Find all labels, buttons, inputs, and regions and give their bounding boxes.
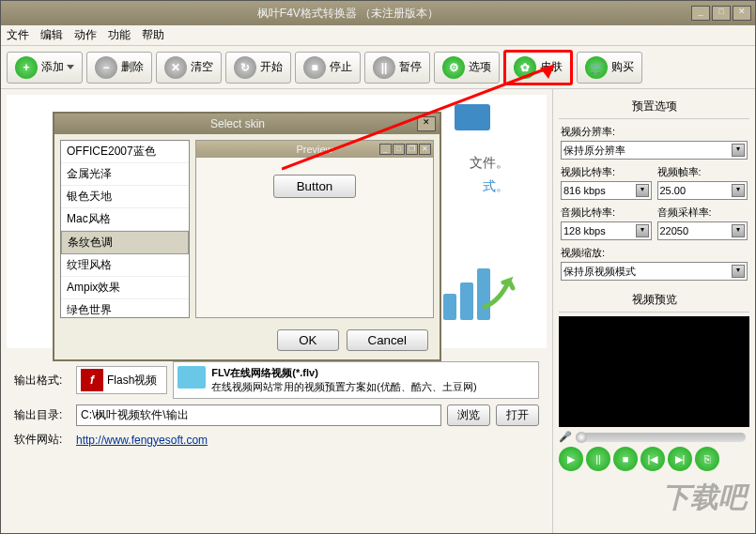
add-button[interactable]: +添加 xyxy=(7,52,83,84)
skin-button[interactable]: ✿皮肤 xyxy=(503,50,573,85)
video-fps-select[interactable]: 25.00▾ xyxy=(657,181,748,200)
stop-button[interactable]: ■停止 xyxy=(295,52,361,84)
output-format-label: 输出格式: xyxy=(14,373,70,389)
delete-button[interactable]: −删除 xyxy=(86,52,152,84)
format-selector[interactable]: f Flash视频 xyxy=(76,366,167,394)
select-skin-dialog: Select skin ✕ OFFICE2007蓝色金属光泽银色天地Mac风格条… xyxy=(53,112,441,361)
video-bitrate-label: 视频比特率: xyxy=(561,165,652,179)
skin-item[interactable]: 条纹色调 xyxy=(61,231,189,254)
placeholder-text: 文件。 式。 xyxy=(470,151,509,198)
skin-item[interactable]: Ampix效果 xyxy=(61,277,189,299)
chevron-down-icon[interactable] xyxy=(67,65,74,69)
skin-item[interactable]: OFFICE2007蓝色 xyxy=(61,141,189,163)
audio-rate-label: 音频采样率: xyxy=(657,206,748,220)
arrow-up-icon xyxy=(481,273,518,311)
pv-min-icon[interactable]: _ xyxy=(379,144,392,155)
video-bitrate-select[interactable]: 816 kbps▾ xyxy=(561,181,652,200)
output-dir-input[interactable]: C:\枫叶视频软件\输出 xyxy=(76,404,441,426)
dialog-close-icon[interactable]: ✕ xyxy=(417,116,436,131)
menu-action[interactable]: 动作 xyxy=(74,27,97,43)
pause-button[interactable]: || xyxy=(586,447,610,471)
options-button[interactable]: ⚙选项 xyxy=(434,52,500,84)
website-link[interactable]: http://www.fengyesoft.com xyxy=(76,434,208,447)
buy-button[interactable]: 🛒购买 xyxy=(577,52,642,84)
skin-item[interactable]: 金属光泽 xyxy=(61,163,189,186)
audio-bitrate-label: 音频比特率: xyxy=(561,206,652,220)
preview-sample-button[interactable]: Button xyxy=(273,175,357,198)
audio-rate-select[interactable]: 22050▾ xyxy=(657,221,748,240)
pause-button[interactable]: ||暂停 xyxy=(364,52,430,84)
skin-list[interactable]: OFFICE2007蓝色金属光泽银色天地Mac风格条纹色调纹理风格Ampix效果… xyxy=(60,140,190,318)
snapshot-button[interactable]: ⎘ xyxy=(695,447,719,471)
watermark: 下载吧 xyxy=(662,479,747,517)
video-res-select[interactable]: 保持原分辨率▾ xyxy=(561,141,748,160)
film-icon xyxy=(455,104,490,130)
skin-preview-window: Preview _□❐✕ Button xyxy=(195,140,434,318)
folder-icon xyxy=(177,366,206,389)
next-button[interactable]: ▶| xyxy=(668,447,692,471)
preview-title: Preview xyxy=(296,144,332,155)
menubar: 文件 编辑 动作 功能 帮助 xyxy=(1,25,755,46)
video-fps-label: 视频帧率: xyxy=(657,165,748,179)
audio-bitrate-select[interactable]: 128 kbps▾ xyxy=(561,221,652,240)
dialog-title: Select skin xyxy=(58,117,417,130)
open-button[interactable]: 打开 xyxy=(496,404,539,426)
stop-button[interactable]: ■ xyxy=(613,447,638,471)
pv-max-icon[interactable]: □ xyxy=(393,144,405,155)
website-label: 软件网站: xyxy=(14,432,70,448)
menu-edit[interactable]: 编辑 xyxy=(40,27,63,43)
toolbar: +添加 −删除 ✕清空 ↻开始 ■停止 ||暂停 ⚙选项 ✿皮肤 🛒购买 xyxy=(1,46,755,89)
video-preview xyxy=(559,316,749,427)
window-title: 枫叶F4V格式转换器 （未注册版本） xyxy=(5,6,691,22)
menu-function[interactable]: 功能 xyxy=(108,27,131,43)
pv-restore-icon[interactable]: ❐ xyxy=(406,144,418,155)
chevron-down-icon: ▾ xyxy=(732,144,745,157)
output-dir-label: 输出目录: xyxy=(14,407,70,423)
preview-panel-title: 视频预览 xyxy=(559,288,749,313)
seek-slider[interactable]: 🎤 xyxy=(559,431,749,443)
clear-button[interactable]: ✕清空 xyxy=(156,52,222,84)
zoom-select[interactable]: 保持原视频模式▾ xyxy=(561,262,748,281)
menu-file[interactable]: 文件 xyxy=(7,27,29,43)
skin-item[interactable]: 银色天地 xyxy=(61,186,189,208)
prev-button[interactable]: |◀ xyxy=(640,447,665,471)
minimize-icon[interactable]: _ xyxy=(691,6,710,21)
skin-item[interactable]: Mac风格 xyxy=(61,208,189,231)
cancel-button[interactable]: Cancel xyxy=(347,329,429,351)
menu-help[interactable]: 帮助 xyxy=(142,27,164,43)
preset-panel-title: 预置选项 xyxy=(559,95,749,119)
maximize-icon[interactable]: □ xyxy=(712,6,731,21)
video-res-label: 视频分辨率: xyxy=(561,125,748,139)
zoom-label: 视频缩放: xyxy=(561,246,748,260)
start-button[interactable]: ↻开始 xyxy=(225,52,291,84)
play-button[interactable]: ▶ xyxy=(559,447,583,471)
browse-button[interactable]: 浏览 xyxy=(447,404,490,426)
skin-item[interactable]: 绿色世界 xyxy=(61,299,189,318)
skin-item[interactable]: 纹理风格 xyxy=(61,254,189,277)
flash-icon: f xyxy=(81,369,103,391)
titlebar: 枫叶F4V格式转换器 （未注册版本） _ □ ✕ xyxy=(1,1,755,25)
mic-icon: 🎤 xyxy=(559,431,572,443)
ok-button[interactable]: OK xyxy=(277,329,338,351)
close-icon[interactable]: ✕ xyxy=(733,6,751,21)
pv-close-icon[interactable]: ✕ xyxy=(419,144,431,155)
format-description: FLV在线网络视频(*.flv) 在线视频网站常用的视频预置方案如(优酷、酷六、… xyxy=(173,361,539,399)
